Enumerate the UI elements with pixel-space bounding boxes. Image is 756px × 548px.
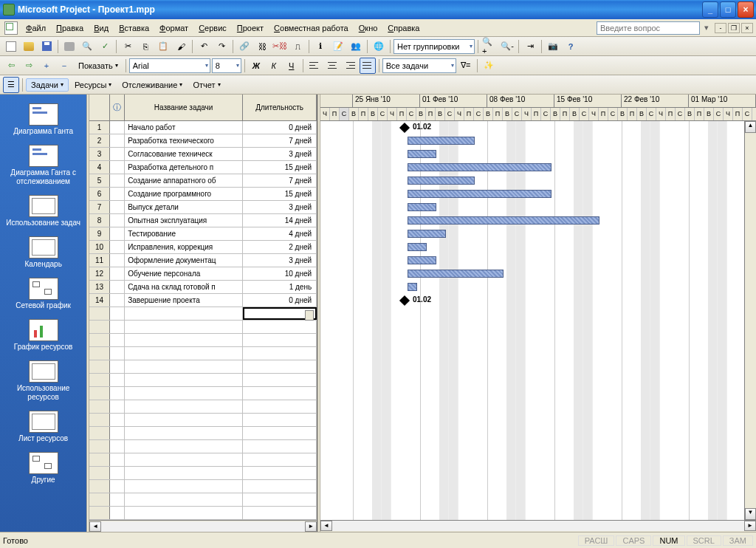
resources-guide-button[interactable]: Ресурсы ▾ [70, 79, 116, 91]
task-row[interactable]: 5Создание аппаратного об7 дней [89, 174, 317, 188]
info-cell[interactable] [110, 201, 125, 213]
menu-проект[interactable]: Проект [232, 22, 269, 34]
view-item[interactable]: Использование ресурсов [1, 357, 85, 405]
info-cell[interactable] [110, 294, 125, 306]
duration-cell[interactable]: 7 дней [243, 134, 317, 147]
row-header[interactable]: 13 [89, 281, 110, 293]
outdent-button[interactable]: ⇦ [3, 58, 19, 74]
gantt-bar[interactable] [408, 283, 417, 291]
task-row[interactable]: 4Разработка детельного п15 дней [89, 161, 317, 174]
task-row[interactable]: 8Опытная эксплуатация14 дней [89, 214, 317, 227]
task-name-cell[interactable]: Разработка технического [125, 134, 243, 147]
duration-cell[interactable]: 1 день [243, 281, 317, 293]
group-by-combo[interactable]: Нет группировки▾ [394, 39, 475, 54]
new-button[interactable] [3, 38, 19, 55]
task-name-cell[interactable]: Разработка детельного п [125, 161, 243, 174]
minimize-button[interactable]: _ [702, 1, 718, 18]
font-combo[interactable]: Arial▾ [129, 58, 210, 73]
cut-button[interactable]: ✂ [120, 38, 136, 55]
row-header[interactable]: 4 [89, 161, 110, 174]
task-row[interactable]: 11Оформление документац3 дней [89, 254, 317, 267]
duration-cell[interactable]: 15 дней [243, 188, 317, 200]
menu-формат[interactable]: Формат [154, 22, 193, 34]
report-guide-button[interactable]: Отчет ▾ [188, 79, 224, 91]
task-name-cell[interactable]: Сдача на склад готовой п [125, 281, 243, 293]
menu-окно[interactable]: Окно [354, 22, 383, 34]
view-item[interactable]: Другие [1, 449, 85, 487]
task-row[interactable]: 9Тестирование4 дней [89, 227, 317, 241]
zoom-in-button[interactable]: 🔍+ [481, 38, 498, 55]
indent-button[interactable]: ⇨ [21, 58, 37, 74]
row-header[interactable]: 5 [89, 174, 110, 187]
print-preview-button[interactable]: 🔍 [79, 38, 95, 55]
task-name-cell[interactable]: Тестирование [125, 227, 243, 240]
task-row[interactable]: 13Сдача на склад готовой п1 день [89, 281, 317, 294]
gantt-bar[interactable] [408, 203, 436, 211]
duration-cell[interactable]: 4 дней [243, 227, 317, 240]
help-dropdown-icon[interactable]: ▾ [704, 23, 709, 32]
view-item[interactable]: Использование задач [1, 192, 85, 230]
task-row[interactable]: 10Исправления, коррекция2 дней [89, 241, 317, 254]
duration-cell[interactable]: 2 дней [243, 241, 317, 253]
mdi-minimize-button[interactable]: - [715, 23, 726, 33]
duration-cell[interactable]: 3 дней [243, 148, 317, 160]
menu-правка[interactable]: Правка [51, 22, 89, 34]
view-item[interactable]: Сетевой график [1, 275, 85, 313]
view-item[interactable]: Календарь [1, 233, 85, 272]
bold-button[interactable]: Ж [248, 58, 264, 74]
task-hscrollbar[interactable]: ◄► [89, 520, 317, 532]
autofilter-button[interactable]: ∇= [458, 58, 474, 74]
duration-edit-cell[interactable] [243, 307, 317, 320]
font-size-combo[interactable]: 8▾ [212, 58, 241, 73]
view-item[interactable]: График ресурсов [1, 316, 85, 355]
goto-task-button[interactable]: ⇥ [522, 38, 538, 55]
show-outline-button[interactable]: Показать ▾ [74, 60, 123, 72]
help-button[interactable]: ? [563, 38, 579, 55]
paste-button[interactable]: 📋 [155, 38, 171, 55]
align-justify-button[interactable] [360, 58, 376, 74]
info-cell[interactable] [110, 267, 125, 280]
task-row[interactable]: 3Согласование техническ3 дней [89, 148, 317, 161]
row-header[interactable]: 8 [89, 214, 110, 227]
menu-вид[interactable]: Вид [89, 22, 114, 34]
task-name-cell[interactable]: Выпуск детали [125, 201, 243, 213]
duration-cell[interactable]: 3 дней [243, 201, 317, 213]
info-cell[interactable] [110, 241, 125, 253]
info-cell[interactable] [110, 134, 125, 147]
menu-совместная работа[interactable]: Совместная работа [269, 22, 354, 34]
row-header[interactable]: 6 [89, 188, 110, 200]
view-item[interactable]: Диаграмма Ганта [1, 100, 85, 139]
split-task-button[interactable]: ⎍ [289, 38, 306, 55]
menu-вставка[interactable]: Вставка [114, 22, 154, 34]
save-button[interactable] [38, 38, 55, 55]
gantt-bar[interactable] [408, 256, 436, 264]
assign-resources-button[interactable]: 👥 [348, 38, 364, 55]
gantt-vscrollbar[interactable]: ▲ ▼ [744, 121, 756, 520]
tracking-guide-button[interactable]: Отслеживание ▾ [117, 79, 187, 91]
task-row[interactable]: 12Обучение персонала10 дней [89, 267, 317, 281]
task-info-button[interactable]: ℹ [312, 38, 329, 55]
gantt-bar[interactable] [408, 137, 475, 145]
info-cell[interactable] [110, 174, 125, 187]
row-header[interactable]: 11 [89, 254, 110, 267]
gantt-bar[interactable] [408, 150, 436, 158]
duration-cell[interactable]: 0 дней [243, 121, 317, 134]
menu-файл[interactable]: Файл [21, 22, 51, 34]
align-right-button[interactable] [342, 58, 358, 74]
task-row[interactable]: 14Завершение проекта0 дней [89, 294, 317, 307]
italic-button[interactable]: К [266, 58, 282, 74]
align-left-button[interactable] [306, 58, 323, 74]
mdi-restore-button[interactable]: ❐ [728, 23, 740, 33]
info-cell[interactable] [110, 161, 125, 174]
filter-combo[interactable]: Все задачи▾ [382, 58, 456, 73]
task-name-cell[interactable]: Оформление документац [125, 254, 243, 267]
view-item[interactable]: Лист ресурсов [1, 408, 85, 446]
duration-cell[interactable]: 15 дней [243, 161, 317, 174]
duration-cell[interactable]: 0 дней [243, 294, 317, 306]
project-guide-toggle[interactable]: ☰ [3, 77, 19, 93]
row-header[interactable]: 9 [89, 227, 110, 240]
task-name-cell[interactable]: Исправления, коррекция [125, 241, 243, 253]
show-subtasks-button[interactable]: + [38, 58, 55, 74]
gantt-wizard-button[interactable]: ✨ [481, 58, 497, 74]
gantt-bar[interactable] [408, 216, 599, 225]
